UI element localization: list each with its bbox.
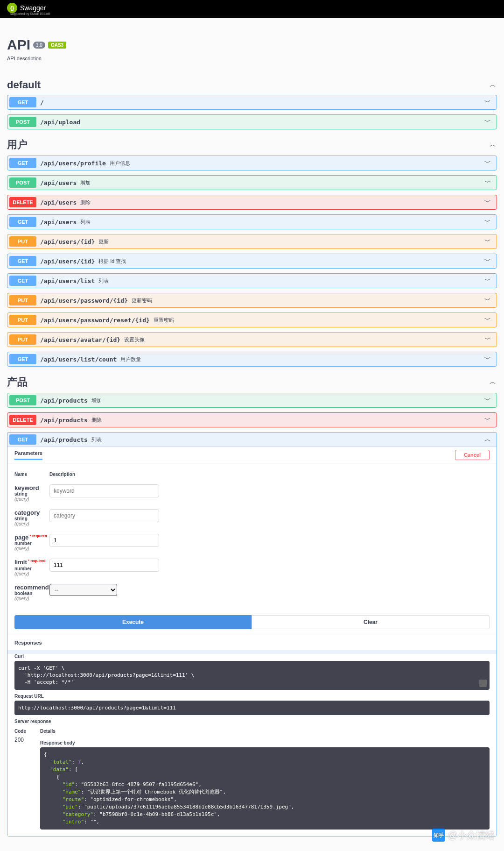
method-badge: PUT [9, 236, 36, 247]
param-name: limit * required [14, 559, 49, 566]
endpoint-summary: 列表 [98, 277, 109, 284]
chevron-down-icon: ﹀ [484, 316, 495, 324]
opblock-summary[interactable]: POST /api/products 增加 ﹀ [7, 393, 497, 407]
endpoint-path: /api/users/password/reset/{id} [40, 317, 150, 324]
chevron-down-icon: ﹀ [484, 198, 495, 206]
endpoint-path: /api/products [40, 436, 88, 443]
logo-text: Swagger [20, 4, 46, 12]
endpoint-path: /api/users/profile [40, 160, 106, 167]
endpoint-summary: 更新 [98, 238, 109, 245]
execute-button[interactable]: Execute [14, 615, 252, 629]
opblock-summary[interactable]: PUT /api/users/password/reset/{id} 重置密码 … [7, 313, 497, 327]
chevron-down-icon: ﹀ [484, 296, 495, 305]
chevron-down-icon: ﹀ [484, 396, 495, 404]
chevron-up-icon: ︿ [484, 435, 495, 444]
param-row: limit * required number (query) [14, 555, 490, 580]
endpoint-path: /api/users/password/{id} [40, 297, 128, 304]
opblock-summary[interactable]: GET /api/users/list/count 用户数量 ﹀ [7, 352, 497, 366]
param-select-recommend[interactable]: -- [49, 584, 117, 596]
oas-badge: OAS3 [48, 42, 66, 49]
copy-icon[interactable] [479, 680, 487, 687]
version-badge: 1.0 [33, 42, 45, 49]
cancel-button[interactable]: Cancel [455, 450, 490, 460]
tag-header-default[interactable]: default ︿ [7, 75, 497, 95]
param-row: recommend boolean (query) -- [14, 580, 490, 605]
col-desc-header: Description [49, 472, 490, 477]
execute-row: Execute Clear [7, 610, 497, 635]
opblock-summary[interactable]: GET /api/users/{id} 根据 id 查找 ﹀ [7, 254, 497, 268]
opblock-summary[interactable]: GET /api/users/profile 用户信息 ﹀ [7, 156, 497, 170]
chevron-up-icon: ︿ [489, 141, 497, 149]
api-description: API description [7, 56, 497, 61]
zhihu-icon: 知乎 [432, 829, 445, 842]
endpoint-path: /api/users/list [40, 277, 95, 284]
param-name: keyword [14, 484, 49, 491]
opblock-put: PUT /api/users/avatar/{id} 设置头像 ﹀ [7, 332, 497, 347]
param-input-limit[interactable] [49, 559, 159, 572]
method-badge: PUT [9, 295, 36, 305]
responses-header: Responses [7, 635, 497, 650]
ops-products: POST /api/products 增加 ﹀ DELETE /api/prod… [7, 393, 497, 837]
params-table: NameDescription keyword string (query) c… [7, 463, 497, 610]
param-row: category string (query) [14, 505, 490, 530]
method-badge: POST [9, 117, 36, 127]
method-badge: GET [9, 256, 36, 266]
opblock-summary[interactable]: GET /api/products 列表 ︿ [7, 433, 497, 447]
clear-button[interactable]: Clear [252, 615, 490, 629]
opblock-body: Parameters Cancel NameDescription keywor… [7, 447, 497, 837]
endpoint-path: /api/users [40, 199, 77, 206]
server-response-label: Server response [14, 719, 490, 724]
param-in: (query) [14, 521, 49, 526]
opblock-summary[interactable]: POST /api/upload ﹀ [7, 115, 497, 129]
endpoint-summary: 增加 [91, 397, 102, 404]
chevron-down-icon: ﹀ [484, 355, 495, 363]
param-name: category [14, 509, 49, 516]
curl-code-block: curl -X 'GET' \ 'http://localhost:3000/a… [14, 661, 490, 690]
opblock-summary[interactable]: DELETE /api/products 删除 ﹀ [7, 413, 497, 427]
opblock-post: POST /api/upload ﹀ [7, 114, 497, 129]
endpoint-path: /api/users/avatar/{id} [40, 336, 120, 343]
opblock-summary[interactable]: GET /api/users/list 列表 ﹀ [7, 274, 497, 288]
param-input-page[interactable] [49, 534, 159, 547]
endpoint-path: /api/users/{id} [40, 238, 95, 245]
tag-header-products[interactable]: 产品 ︿ [7, 371, 497, 393]
endpoint-path: /api/upload [40, 119, 80, 126]
method-badge: POST [9, 395, 36, 405]
api-title: API [7, 37, 30, 53]
opblock-summary[interactable]: POST /api/users 增加 ﹀ [7, 176, 497, 190]
endpoint-summary: 设置头像 [124, 336, 145, 343]
curl-label: Curl [14, 654, 490, 659]
parameters-title: Parameters [14, 450, 42, 460]
request-url-block: http://localhost:3000/api/products?page=… [14, 701, 490, 715]
opblock-summary[interactable]: GET /api/users 列表 ﹀ [7, 215, 497, 229]
tag-header-users[interactable]: 用户 ︿ [7, 134, 497, 156]
opblock-summary[interactable]: GET / ﹀ [7, 95, 497, 109]
param-input-category[interactable] [49, 509, 159, 522]
method-badge: PUT [9, 334, 36, 345]
chevron-down-icon: ﹀ [484, 335, 495, 344]
param-name: recommend [14, 584, 49, 591]
method-badge: GET [9, 217, 36, 227]
param-type: string [14, 491, 49, 496]
chevron-down-icon: ﹀ [484, 118, 495, 126]
opblock-summary[interactable]: PUT /api/users/{id} 更新 ﹀ [7, 234, 497, 248]
param-row: page * required number (query) [14, 530, 490, 555]
endpoint-summary: 更新密码 [132, 297, 152, 304]
method-badge: GET [9, 276, 36, 286]
chevron-down-icon: ﹀ [484, 237, 495, 246]
opblock-summary[interactable]: PUT /api/users/avatar/{id} 设置头像 ﹀ [7, 333, 497, 347]
param-in: (query) [14, 571, 49, 576]
opblock-summary[interactable]: DELETE /api/users 删除 ﹀ [7, 195, 497, 209]
opblock-summary[interactable]: PUT /api/users/password/{id} 更新密码 ﹀ [7, 293, 497, 307]
param-input-keyword[interactable] [49, 484, 159, 497]
param-row: keyword string (query) [14, 481, 490, 505]
tag-name: 用户 [7, 138, 28, 152]
logo-byline: supported by SMARTBEAR [10, 12, 504, 15]
endpoint-summary: 列表 [91, 436, 102, 443]
param-in: (query) [14, 546, 49, 551]
chevron-down-icon: ﹀ [484, 159, 495, 167]
endpoint-summary: 用户数量 [120, 356, 141, 363]
topbar: Swagger supported by SMARTBEAR [0, 0, 504, 18]
chevron-down-icon: ﹀ [484, 98, 495, 106]
opblock-put: PUT /api/users/password/{id} 更新密码 ﹀ [7, 293, 497, 308]
